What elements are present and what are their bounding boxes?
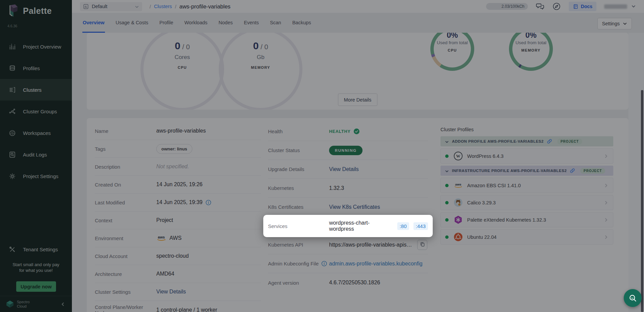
service-port-link[interactable]: :443 <box>413 222 428 230</box>
service-port-link[interactable]: :80 <box>397 222 409 230</box>
tour-dim-overlay[interactable] <box>0 0 644 312</box>
detail-row-services: Serviceswordpress-chart-wordpress:80:443 <box>263 215 433 237</box>
service-name: wordpress-chart-wordpress <box>329 220 393 232</box>
detail-label: Services <box>268 223 329 229</box>
magnifier-icon <box>628 294 637 303</box>
help-search-fab[interactable] <box>624 289 642 307</box>
